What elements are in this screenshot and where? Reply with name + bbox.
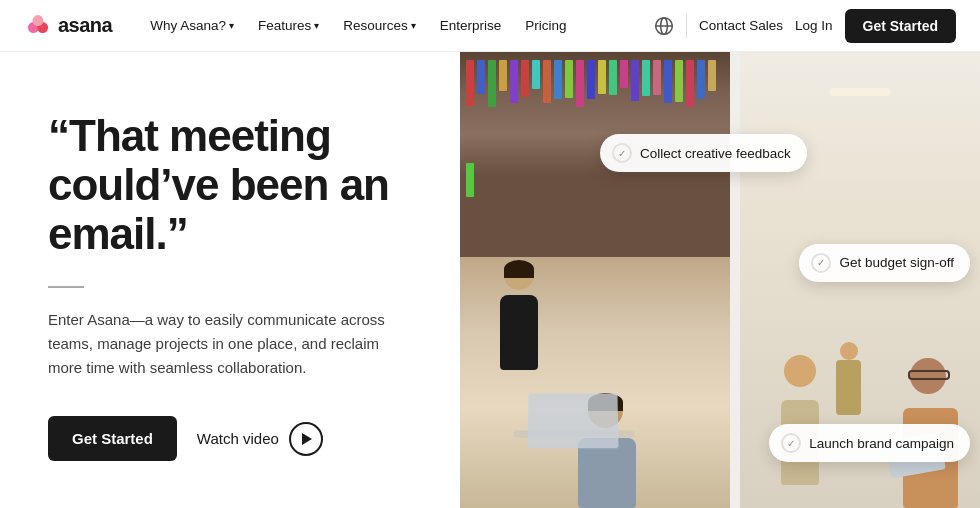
check-icon: ✓ — [612, 143, 632, 163]
nav-features[interactable]: Features ▾ — [248, 12, 329, 39]
subtext: Enter Asana—a way to easily communicate … — [48, 308, 388, 380]
desk-area — [460, 257, 730, 508]
main-content: “That meeting could’ve been an email.” E… — [0, 52, 980, 508]
play-triangle — [302, 433, 312, 445]
collect-feedback-badge: ✓ Collect creative feedback — [600, 134, 807, 172]
nav-pricing[interactable]: Pricing — [515, 12, 576, 39]
logo[interactable]: asana — [24, 12, 112, 40]
login-link[interactable]: Log In — [795, 18, 833, 33]
watch-video-button[interactable]: Watch video — [197, 422, 323, 456]
cta-row: Get Started Watch video — [48, 416, 412, 461]
chevron-down-icon: ▾ — [411, 20, 416, 31]
office-photo — [460, 52, 730, 508]
hero-right: ✓ Collect creative feedback ✓ Get budget… — [460, 52, 980, 508]
play-icon — [289, 422, 323, 456]
office-image — [460, 52, 730, 508]
hero-get-started-button[interactable]: Get Started — [48, 416, 177, 461]
budget-signoff-badge: ✓ Get budget sign-off — [799, 244, 970, 282]
check-icon: ✓ — [811, 253, 831, 273]
chevron-down-icon: ▾ — [229, 20, 234, 31]
nav-right: Contact Sales Log In Get Started — [654, 9, 956, 43]
nav-links: Why Asana? ▾ Features ▾ Resources ▾ Ente… — [140, 12, 654, 39]
language-selector[interactable] — [654, 16, 674, 36]
nav-get-started-button[interactable]: Get Started — [845, 9, 956, 43]
nav-why-asana[interactable]: Why Asana? ▾ — [140, 12, 244, 39]
logo-text: asana — [58, 14, 112, 37]
check-icon: ✓ — [781, 433, 801, 453]
hero-left: “That meeting could’ve been an email.” E… — [0, 52, 460, 508]
nav-divider — [686, 14, 687, 38]
contact-sales-link[interactable]: Contact Sales — [699, 18, 783, 33]
nav-enterprise[interactable]: Enterprise — [430, 12, 512, 39]
chevron-down-icon: ▾ — [314, 20, 319, 31]
images-container: ✓ Collect creative feedback ✓ Get budget… — [460, 52, 980, 508]
launch-campaign-badge: ✓ Launch brand campaign — [769, 424, 970, 462]
nav-resources[interactable]: Resources ▾ — [333, 12, 426, 39]
headline: “That meeting could’ve been an email.” — [48, 111, 412, 259]
navbar: asana Why Asana? ▾ Features ▾ Resources … — [0, 0, 980, 52]
divider — [48, 286, 84, 288]
svg-point-2 — [33, 15, 44, 26]
